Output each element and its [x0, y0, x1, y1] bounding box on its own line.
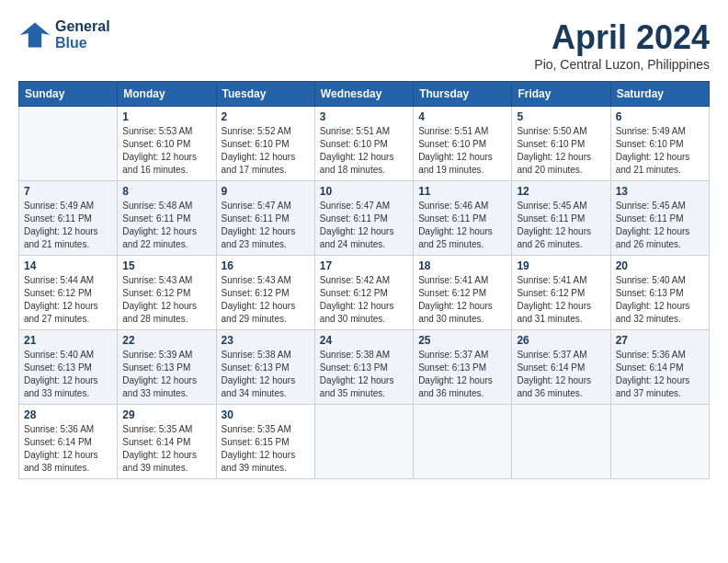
day-info: Sunrise: 5:44 AMSunset: 6:12 PMDaylight:…: [24, 274, 112, 326]
day-number: 20: [616, 259, 704, 272]
day-number: 24: [320, 334, 408, 347]
table-row: 30Sunrise: 5:35 AMSunset: 6:15 PMDayligh…: [216, 405, 314, 479]
table-row: 9Sunrise: 5:47 AMSunset: 6:11 PMDaylight…: [216, 181, 314, 256]
col-friday: Friday: [512, 82, 610, 107]
day-info: Sunrise: 5:38 AMSunset: 6:13 PMDaylight:…: [320, 349, 408, 400]
table-row: 18Sunrise: 5:41 AMSunset: 6:12 PMDayligh…: [414, 256, 512, 330]
table-row: 12Sunrise: 5:45 AMSunset: 6:11 PMDayligh…: [512, 181, 610, 256]
day-number: 14: [24, 259, 112, 272]
day-number: 4: [418, 110, 506, 123]
day-info: Sunrise: 5:50 AMSunset: 6:10 PMDaylight:…: [517, 125, 605, 177]
day-number: 8: [122, 185, 210, 198]
table-row: [512, 405, 610, 479]
day-number: 27: [616, 334, 704, 347]
day-number: 22: [122, 334, 210, 347]
day-info: Sunrise: 5:47 AMSunset: 6:11 PMDaylight:…: [222, 200, 310, 251]
day-number: 5: [517, 110, 605, 123]
table-row: 23Sunrise: 5:38 AMSunset: 6:13 PMDayligh…: [216, 330, 314, 405]
day-info: Sunrise: 5:43 AMSunset: 6:12 PMDaylight:…: [222, 274, 310, 326]
table-row: [19, 107, 118, 181]
day-info: Sunrise: 5:46 AMSunset: 6:11 PMDaylight:…: [418, 200, 506, 251]
logo-text: General Blue: [55, 18, 110, 51]
table-row: 24Sunrise: 5:38 AMSunset: 6:13 PMDayligh…: [314, 330, 413, 405]
day-info: Sunrise: 5:48 AMSunset: 6:11 PMDaylight:…: [122, 200, 210, 251]
svg-marker-1: [20, 23, 50, 48]
day-number: 29: [122, 408, 210, 421]
table-row: 28Sunrise: 5:36 AMSunset: 6:14 PMDayligh…: [19, 405, 118, 479]
calendar-table: Sunday Monday Tuesday Wednesday Thursday…: [18, 81, 710, 479]
day-number: 23: [222, 334, 310, 347]
col-wednesday: Wednesday: [314, 82, 413, 107]
day-info: Sunrise: 5:43 AMSunset: 6:12 PMDaylight:…: [122, 274, 210, 326]
col-sunday: Sunday: [19, 82, 118, 107]
day-number: 12: [517, 185, 605, 198]
day-info: Sunrise: 5:36 AMSunset: 6:14 PMDaylight:…: [24, 423, 112, 475]
day-info: Sunrise: 5:45 AMSunset: 6:11 PMDaylight:…: [616, 200, 704, 251]
table-row: [414, 405, 512, 479]
day-number: 17: [320, 259, 408, 272]
table-row: 1Sunrise: 5:53 AMSunset: 6:10 PMDaylight…: [118, 107, 216, 181]
table-row: 17Sunrise: 5:42 AMSunset: 6:12 PMDayligh…: [314, 256, 413, 330]
day-info: Sunrise: 5:51 AMSunset: 6:10 PMDaylight:…: [320, 125, 408, 177]
calendar-header-row: Sunday Monday Tuesday Wednesday Thursday…: [19, 82, 710, 107]
page-header: General Blue April 2024 Pio, Central Luz…: [18, 18, 710, 72]
table-row: 13Sunrise: 5:45 AMSunset: 6:11 PMDayligh…: [610, 181, 709, 256]
day-number: 30: [222, 408, 310, 421]
day-number: 25: [418, 334, 506, 347]
calendar-week-row: 7Sunrise: 5:49 AMSunset: 6:11 PMDaylight…: [19, 181, 710, 256]
day-number: 2: [222, 110, 310, 123]
table-row: 26Sunrise: 5:37 AMSunset: 6:14 PMDayligh…: [512, 330, 610, 405]
day-info: Sunrise: 5:49 AMSunset: 6:10 PMDaylight:…: [616, 125, 704, 177]
day-number: 16: [222, 259, 310, 272]
day-number: 28: [24, 408, 112, 421]
table-row: 14Sunrise: 5:44 AMSunset: 6:12 PMDayligh…: [19, 256, 118, 330]
calendar-week-row: 14Sunrise: 5:44 AMSunset: 6:12 PMDayligh…: [19, 256, 710, 330]
table-row: [610, 405, 709, 479]
title-block: April 2024 Pio, Central Luzon, Philippin…: [534, 18, 710, 72]
logo: General Blue: [18, 18, 110, 52]
day-number: 9: [222, 185, 310, 198]
table-row: 27Sunrise: 5:36 AMSunset: 6:14 PMDayligh…: [610, 330, 709, 405]
day-info: Sunrise: 5:35 AMSunset: 6:14 PMDaylight:…: [122, 423, 210, 475]
col-thursday: Thursday: [414, 82, 512, 107]
day-info: Sunrise: 5:38 AMSunset: 6:13 PMDaylight:…: [222, 349, 310, 400]
calendar-week-row: 21Sunrise: 5:40 AMSunset: 6:13 PMDayligh…: [19, 330, 710, 405]
day-info: Sunrise: 5:41 AMSunset: 6:12 PMDaylight:…: [517, 274, 605, 326]
table-row: 19Sunrise: 5:41 AMSunset: 6:12 PMDayligh…: [512, 256, 610, 330]
day-info: Sunrise: 5:49 AMSunset: 6:11 PMDaylight:…: [24, 200, 112, 251]
day-number: 1: [122, 110, 210, 123]
day-number: 10: [320, 185, 408, 198]
day-info: Sunrise: 5:51 AMSunset: 6:10 PMDaylight:…: [418, 125, 506, 177]
day-info: Sunrise: 5:52 AMSunset: 6:10 PMDaylight:…: [222, 125, 310, 177]
day-info: Sunrise: 5:45 AMSunset: 6:11 PMDaylight:…: [517, 200, 605, 251]
logo-icon: [18, 18, 51, 52]
table-row: 6Sunrise: 5:49 AMSunset: 6:10 PMDaylight…: [610, 107, 709, 181]
table-row: 15Sunrise: 5:43 AMSunset: 6:12 PMDayligh…: [118, 256, 216, 330]
day-info: Sunrise: 5:40 AMSunset: 6:13 PMDaylight:…: [616, 274, 704, 326]
day-info: Sunrise: 5:41 AMSunset: 6:12 PMDaylight:…: [418, 274, 506, 326]
day-number: 18: [418, 259, 506, 272]
day-number: 3: [320, 110, 408, 123]
table-row: [314, 405, 413, 479]
table-row: 25Sunrise: 5:37 AMSunset: 6:13 PMDayligh…: [414, 330, 512, 405]
day-info: Sunrise: 5:36 AMSunset: 6:14 PMDaylight:…: [616, 349, 704, 400]
day-number: 6: [616, 110, 704, 123]
table-row: 11Sunrise: 5:46 AMSunset: 6:11 PMDayligh…: [414, 181, 512, 256]
day-number: 13: [616, 185, 704, 198]
table-row: 3Sunrise: 5:51 AMSunset: 6:10 PMDaylight…: [314, 107, 413, 181]
calendar-week-row: 28Sunrise: 5:36 AMSunset: 6:14 PMDayligh…: [19, 405, 710, 479]
day-info: Sunrise: 5:37 AMSunset: 6:13 PMDaylight:…: [418, 349, 506, 400]
day-number: 15: [122, 259, 210, 272]
table-row: 5Sunrise: 5:50 AMSunset: 6:10 PMDaylight…: [512, 107, 610, 181]
location-subtitle: Pio, Central Luzon, Philippines: [534, 57, 710, 72]
col-saturday: Saturday: [610, 82, 709, 107]
table-row: 29Sunrise: 5:35 AMSunset: 6:14 PMDayligh…: [118, 405, 216, 479]
day-info: Sunrise: 5:39 AMSunset: 6:13 PMDaylight:…: [122, 349, 210, 400]
table-row: 21Sunrise: 5:40 AMSunset: 6:13 PMDayligh…: [19, 330, 118, 405]
month-title: April 2024: [534, 18, 710, 57]
day-info: Sunrise: 5:42 AMSunset: 6:12 PMDaylight:…: [320, 274, 408, 326]
table-row: 22Sunrise: 5:39 AMSunset: 6:13 PMDayligh…: [118, 330, 216, 405]
day-info: Sunrise: 5:37 AMSunset: 6:14 PMDaylight:…: [517, 349, 605, 400]
table-row: 7Sunrise: 5:49 AMSunset: 6:11 PMDaylight…: [19, 181, 118, 256]
table-row: 10Sunrise: 5:47 AMSunset: 6:11 PMDayligh…: [314, 181, 413, 256]
